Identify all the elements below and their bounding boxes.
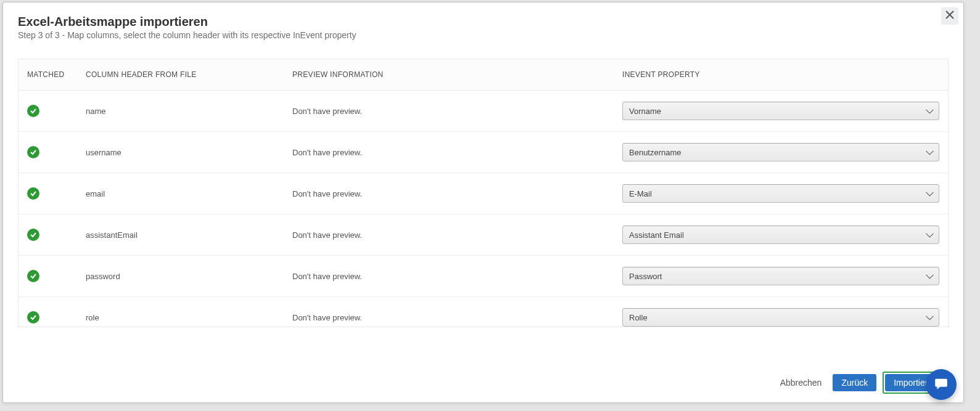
- property-select-value: Passwort: [629, 272, 662, 281]
- matched-cell: [19, 297, 77, 328]
- preview-cell: Don't have preview.: [284, 91, 614, 132]
- matched-cell: [19, 214, 77, 256]
- column-header-cell: assistantEmail: [77, 214, 284, 256]
- matched-cell: [19, 173, 77, 214]
- check-icon: [27, 187, 39, 200]
- property-select-value: Benutzername: [629, 148, 681, 157]
- mapping-table-scroll[interactable]: MATCHED COLUMN HEADER FROM FILE PREVIEW …: [18, 59, 949, 327]
- close-button[interactable]: [941, 7, 958, 25]
- property-cell: Vorname: [614, 91, 948, 132]
- property-select-value: Assistant Email: [629, 230, 684, 240]
- modal-title: Excel-Arbeitsmappe importieren: [18, 15, 949, 29]
- property-select[interactable]: Assistant Email: [622, 226, 939, 244]
- check-icon: [27, 229, 39, 241]
- check-icon: [27, 270, 39, 282]
- preview-cell: Don't have preview.: [284, 132, 614, 173]
- matched-cell: [19, 91, 77, 132]
- modal-footer: Abbrechen Zurück Importieren: [3, 363, 963, 402]
- property-select-value: Rolle: [629, 313, 648, 322]
- check-icon: [27, 105, 39, 117]
- modal-header: Excel-Arbeitsmappe importieren Step 3 of…: [3, 2, 963, 40]
- preview-cell: Don't have preview.: [284, 173, 614, 214]
- property-select[interactable]: Vorname: [622, 102, 939, 120]
- column-header-cell: password: [77, 256, 284, 297]
- mapping-table: MATCHED COLUMN HEADER FROM FILE PREVIEW …: [19, 59, 948, 327]
- property-select[interactable]: E-Mail: [622, 184, 939, 203]
- import-modal: Excel-Arbeitsmappe importieren Step 3 of…: [2, 2, 964, 403]
- preview-cell: Don't have preview.: [284, 297, 614, 328]
- th-column-header: COLUMN HEADER FROM FILE: [77, 59, 284, 91]
- property-cell: Benutzername: [614, 132, 948, 173]
- close-icon: [945, 10, 954, 22]
- back-button[interactable]: Zurück: [833, 374, 876, 391]
- matched-cell: [19, 132, 77, 173]
- property-select[interactable]: Passwort: [622, 267, 939, 285]
- th-preview: PREVIEW INFORMATION: [284, 59, 614, 91]
- column-header-cell: name: [77, 91, 284, 132]
- property-select-value: E-Mail: [629, 189, 652, 198]
- table-row: emailDon't have preview.E-Mail: [19, 173, 948, 214]
- matched-cell: [19, 256, 77, 297]
- cancel-button[interactable]: Abbrechen: [775, 374, 827, 391]
- table-row: nameDon't have preview.Vorname: [19, 91, 948, 132]
- th-matched: MATCHED: [19, 59, 77, 91]
- chat-launcher[interactable]: [926, 369, 957, 400]
- property-cell: Passwort: [614, 256, 948, 297]
- column-header-cell: role: [77, 297, 284, 328]
- table-row: roleDon't have preview.Rolle: [19, 297, 948, 328]
- check-icon: [27, 311, 39, 324]
- property-cell: Rolle: [614, 297, 948, 328]
- preview-cell: Don't have preview.: [284, 214, 614, 256]
- table-row: assistantEmailDon't have preview.Assista…: [19, 214, 948, 256]
- property-cell: Assistant Email: [614, 214, 948, 256]
- column-header-cell: email: [77, 173, 284, 214]
- property-select[interactable]: Rolle: [622, 308, 939, 327]
- property-select-value: Vorname: [629, 107, 661, 116]
- check-icon: [27, 146, 39, 158]
- table-row: usernameDon't have preview.Benutzername: [19, 132, 948, 173]
- preview-cell: Don't have preview.: [284, 256, 614, 297]
- table-row: passwordDon't have preview.Passwort: [19, 256, 948, 297]
- chat-icon: [933, 375, 949, 394]
- th-property: INEVENT PROPERTY: [614, 59, 948, 91]
- property-cell: E-Mail: [614, 173, 948, 214]
- property-select[interactable]: Benutzername: [622, 143, 939, 161]
- modal-subtitle: Step 3 of 3 - Map columns, select the co…: [18, 30, 949, 40]
- column-header-cell: username: [77, 132, 284, 173]
